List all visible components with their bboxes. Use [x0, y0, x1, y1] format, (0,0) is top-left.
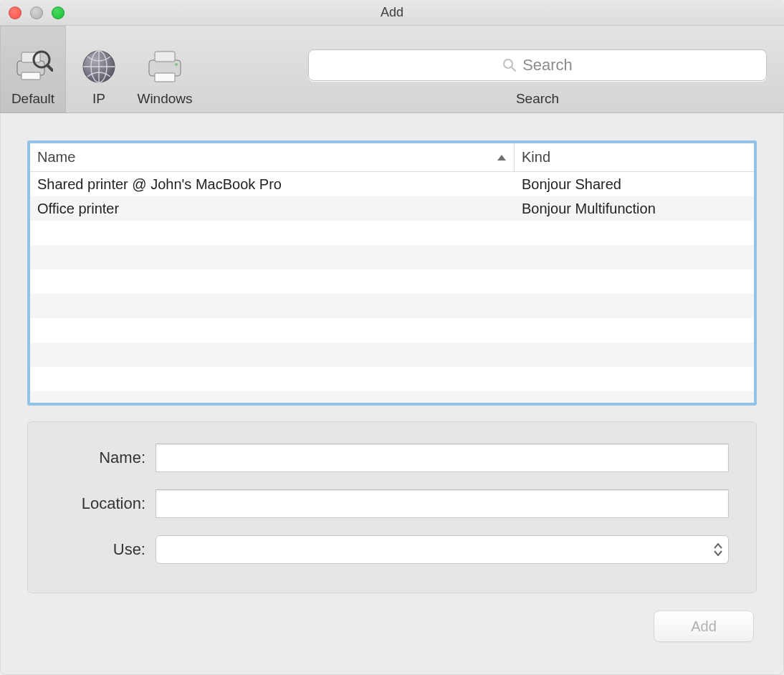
search-placeholder: Search — [522, 56, 573, 75]
toolbar-tabs: Default — [0, 26, 198, 112]
table-row-empty — [30, 343, 754, 367]
svg-rect-8 — [155, 52, 175, 62]
minimize-window-button[interactable] — [30, 6, 43, 19]
table-row[interactable]: Shared printer @ John's MacBook Pro Bonj… — [30, 172, 754, 196]
printer-table: Name Kind Shared printer @ John's MacBoo… — [27, 140, 757, 406]
window-controls — [9, 6, 64, 19]
toolbar-search-group: Search Search — [298, 26, 777, 112]
cell-name: Office printer — [30, 201, 515, 217]
table-row-empty — [30, 391, 754, 403]
printer-icon — [145, 47, 185, 87]
add-button-label: Add — [691, 618, 717, 635]
table-row-empty — [30, 245, 754, 269]
tab-windows-label: Windows — [137, 91, 192, 107]
location-label: Location: — [55, 494, 156, 513]
cell-kind: Bonjour Shared — [515, 176, 754, 193]
table-row-empty — [30, 294, 754, 318]
content-area: Name Kind Shared printer @ John's MacBoo… — [0, 113, 784, 675]
cell-kind: Bonjour Multifunction — [515, 201, 754, 217]
tab-default-label: Default — [11, 91, 54, 107]
svg-line-4 — [47, 65, 52, 70]
column-header-kind-label: Kind — [522, 149, 550, 166]
column-header-name-label: Name — [37, 149, 75, 166]
search-input[interactable]: Search — [308, 49, 767, 81]
use-label: Use: — [55, 540, 156, 559]
table-row-empty — [30, 318, 754, 343]
add-button[interactable]: Add — [654, 611, 754, 642]
zoom-window-button[interactable] — [52, 6, 64, 19]
search-icon — [502, 58, 517, 72]
tab-default[interactable]: Default — [0, 26, 66, 112]
printer-details-form: Name: Location: Use: — [27, 421, 757, 593]
sort-ascending-icon — [497, 152, 507, 163]
tab-ip[interactable]: IP — [66, 26, 132, 112]
location-field[interactable] — [156, 489, 729, 518]
tab-ip-label: IP — [92, 91, 105, 107]
svg-point-10 — [175, 63, 178, 66]
footer: Add — [27, 609, 757, 642]
chevron-up-down-icon — [714, 543, 722, 556]
tab-windows[interactable]: Windows — [132, 26, 198, 112]
globe-icon — [79, 47, 119, 87]
printer-search-icon — [13, 47, 53, 87]
table-header: Name Kind — [30, 143, 754, 172]
name-field[interactable] — [156, 444, 729, 472]
table-row-empty — [30, 221, 754, 245]
svg-point-11 — [504, 59, 512, 68]
cell-name: Shared printer @ John's MacBook Pro — [30, 176, 515, 193]
column-header-name[interactable]: Name — [30, 143, 515, 171]
table-row-empty — [30, 269, 754, 294]
column-header-kind[interactable]: Kind — [515, 143, 754, 171]
search-label: Search — [516, 91, 559, 107]
close-window-button[interactable] — [9, 6, 21, 19]
table-row[interactable]: Office printer Bonjour Multifunction — [30, 196, 754, 221]
name-label: Name: — [55, 449, 156, 467]
table-row-empty — [30, 367, 754, 391]
svg-line-12 — [512, 67, 515, 71]
table-body[interactable]: Shared printer @ John's MacBook Pro Bonj… — [30, 172, 754, 403]
add-printer-window: Add Default — [0, 0, 784, 675]
svg-rect-2 — [21, 72, 40, 80]
svg-rect-9 — [155, 73, 175, 82]
titlebar: Add — [0, 0, 784, 26]
window-title: Add — [381, 5, 403, 20]
use-select[interactable] — [156, 535, 729, 564]
toolbar: Default — [0, 26, 784, 113]
